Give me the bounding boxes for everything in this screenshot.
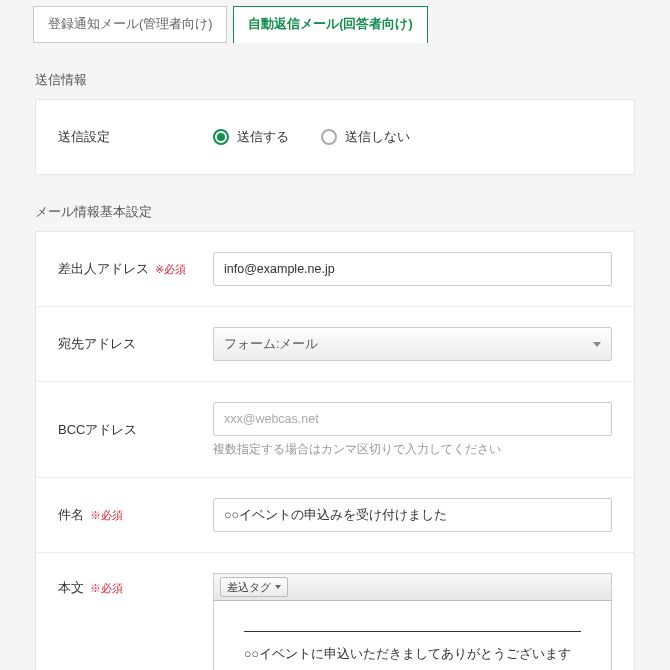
radio-send-yes-label: 送信する [237,128,289,146]
bcc-address-input[interactable] [213,402,612,436]
body-line: ○○イベントに申込いただきましてありがとうございます [244,642,581,667]
radio-dot-icon [213,129,229,145]
label-from: 差出人アドレス※必須 [58,260,213,278]
editor-toolbar: 差込タグ [213,573,612,601]
panel-mail-basic: 差出人アドレス※必須 宛先アドレス フォーム:メール BCCアドレス 複数指定す… [35,231,635,670]
tabs: 登録通知メール(管理者向け) 自動返信メール(回答者向け) [5,0,665,43]
label-send-setting: 送信設定 [58,128,213,146]
radio-send-no[interactable]: 送信しない [321,128,410,146]
required-badge: ※必須 [90,509,123,521]
section-send-info-title: 送信情報 [5,43,665,99]
to-address-select[interactable]: フォーム:メール [213,327,612,361]
section-mail-basic-title: メール情報基本設定 [5,175,665,231]
label-to: 宛先アドレス [58,335,213,353]
tab-admin-mail[interactable]: 登録通知メール(管理者向け) [33,6,227,43]
required-badge: ※必須 [90,582,123,594]
body-editor[interactable]: ○○イベントに申込いただきましてありがとうございます ○○イベント事務局でござい… [213,601,612,670]
insert-tag-button[interactable]: 差込タグ [220,577,288,597]
panel-send-info: 送信設定 送信する 送信しない [35,99,635,175]
bcc-hint: 複数指定する場合はカンマ区切りで入力してください [213,442,612,457]
radio-dot-icon [321,129,337,145]
from-address-input[interactable] [213,252,612,286]
divider [244,631,581,632]
chevron-down-icon [593,342,601,347]
required-badge: ※必須 [155,263,186,275]
insert-tag-button-label: 差込タグ [227,580,271,595]
label-subject: 件名※必須 [58,506,213,524]
subject-input[interactable] [213,498,612,532]
radio-send-yes[interactable]: 送信する [213,128,289,146]
label-bcc: BCCアドレス [58,421,213,439]
to-address-select-value: フォーム:メール [224,336,318,353]
label-body: 本文※必須 [58,573,213,597]
tab-auto-reply-mail[interactable]: 自動返信メール(回答者向け) [233,6,427,43]
radio-send-no-label: 送信しない [345,128,410,146]
chevron-down-icon [275,585,281,589]
